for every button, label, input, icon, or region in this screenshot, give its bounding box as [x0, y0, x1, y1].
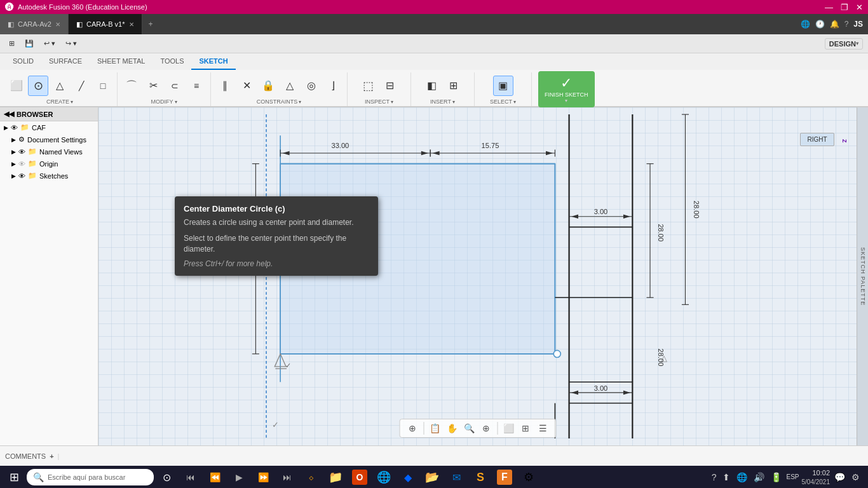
design-dropdown[interactable]: DESIGN ▾ — [825, 38, 863, 50]
perpendicular-constraint[interactable]: ✕ — [236, 76, 257, 96]
display-settings-button[interactable]: ☰ — [535, 421, 550, 436]
help-icon[interactable]: ? — [844, 20, 849, 29]
taskbar-app-mail[interactable]: ✉ — [445, 467, 468, 487]
modify-group: ⌒ ✂ ⊂ ≡ MODIFY ▾ — [118, 72, 211, 106]
mail-icon: ✉ — [452, 471, 461, 484]
section-surface[interactable]: SURFACE — [41, 53, 90, 70]
circle-center-tool[interactable]: ⊙ — [28, 76, 48, 96]
redo-button[interactable]: ↪ ▾ — [62, 38, 81, 49]
section-solid[interactable]: SOLID — [5, 53, 41, 70]
concentric-constraint[interactable]: ◎ — [301, 76, 322, 96]
eye-icon[interactable]: 👁 — [11, 124, 18, 132]
eye-icon[interactable]: 👁 — [18, 172, 25, 180]
task-view-button[interactable]: ⊙ — [155, 467, 178, 487]
section-tools[interactable]: TOOLS — [153, 53, 191, 70]
tab-close-cara-b[interactable]: ✕ — [129, 21, 134, 28]
finish-sketch-button[interactable]: ✓ FINISH SKETCH ▾ — [538, 71, 595, 107]
user-icon[interactable]: JS — [853, 20, 863, 29]
mirror-tool[interactable]: ≡ — [186, 76, 207, 96]
next-frame-button[interactable]: ⏩ — [252, 467, 275, 487]
section-sketch[interactable]: SKETCH — [191, 53, 235, 70]
trim-tool[interactable]: ✂ — [143, 76, 163, 96]
taskbar-app-fusion[interactable]: F — [493, 467, 516, 487]
triangle-tool[interactable]: △ — [50, 76, 70, 96]
file-explorer-icon: 📁 — [329, 470, 342, 484]
fillet-tool[interactable]: ⌒ — [121, 76, 142, 96]
browser-item-label: Origin — [39, 160, 58, 168]
notification-icon[interactable]: ⬆ — [721, 472, 732, 482]
taskbar-app-office[interactable]: O — [348, 467, 371, 487]
save-button[interactable]: 💾 — [21, 38, 37, 49]
taskbar-app-dropbox[interactable]: ◆ — [397, 467, 419, 487]
separator2 — [497, 422, 498, 435]
play-icon: ▶ — [236, 472, 243, 482]
insert-dxf[interactable]: ⊞ — [444, 76, 464, 96]
svg-marker-24 — [282, 151, 289, 156]
pan-button[interactable]: ✋ — [444, 421, 459, 436]
undo-button[interactable]: ↩ ▾ — [40, 38, 59, 49]
taskbar-app-file-explorer[interactable]: 📁 — [324, 467, 347, 487]
taskbar-app-folder2[interactable]: 📂 — [421, 467, 444, 487]
minimize-button[interactable]: — — [825, 3, 833, 12]
view-mode-button[interactable]: ⬜ — [501, 421, 516, 436]
svg-text:✓: ✓ — [272, 420, 279, 430]
network-icon[interactable]: 🌐 — [735, 472, 749, 482]
notification-center-icon[interactable]: 💬 — [832, 472, 847, 482]
titlebar-left: 🅐 Autodesk Fusion 360 (Education License… — [5, 2, 147, 12]
browser-item-named-views[interactable]: ▶ 👁 📁 Named Views — [0, 146, 98, 158]
help-tray-icon[interactable]: ? — [710, 472, 719, 482]
titlebar-controls: — ❐ ✕ — [825, 3, 863, 12]
insert-image[interactable]: ◧ — [422, 76, 442, 96]
browser-item-document-settings[interactable]: ▶ ⚙ Document Settings — [0, 133, 98, 146]
play-back-button[interactable]: ⏮ — [179, 467, 202, 487]
grid-settings-button[interactable]: ⊞ — [518, 421, 533, 436]
rectangle-tool[interactable]: ⬜ — [6, 76, 27, 96]
browser-item-origin[interactable]: ▶ 👁 📁 Origin — [0, 158, 98, 170]
copy-button[interactable]: 📋 — [427, 421, 442, 436]
browser-toggle-icon[interactable]: ◀◀ — [4, 110, 14, 118]
pan-pivot-button[interactable]: ⊕ — [405, 421, 420, 436]
collinear-constraint[interactable]: ⌋ — [323, 76, 343, 96]
grid-icon[interactable]: ⊞ — [5, 38, 18, 49]
create-group: ⬜ ⊙ △ ╱ □ CREATE ▾ — [3, 72, 118, 106]
svg-text:28.00: 28.00 — [693, 201, 700, 219]
timeline-marker[interactable]: ⬦ — [300, 467, 323, 487]
point-tool[interactable]: □ — [93, 76, 113, 96]
parallel-constraint[interactable]: ∥ — [215, 76, 235, 96]
prev-frame-button[interactable]: ⏪ — [203, 467, 226, 487]
zoom-button[interactable]: 🔍 — [461, 421, 477, 436]
browser-item-caf[interactable]: ▶ 👁 📁 CAF — [0, 121, 98, 133]
taskbar-app-edge[interactable]: 🌐 — [372, 467, 395, 487]
new-tab-button[interactable]: + — [142, 14, 159, 34]
tangent-constraint[interactable]: △ — [280, 76, 300, 96]
canvas[interactable]: Center Diameter Circle (c) Creates a cir… — [98, 107, 857, 445]
measure-tool[interactable]: ⬚ — [358, 76, 379, 96]
play-button[interactable]: ▶ — [227, 467, 250, 487]
volume-icon[interactable]: 🔊 — [752, 472, 766, 482]
offset-tool[interactable]: ⊂ — [165, 76, 185, 96]
sketch-palette[interactable]: SKETCH PALETTE — [857, 107, 868, 445]
close-button[interactable]: ✕ — [856, 3, 863, 12]
tab-close-cara-a[interactable]: ✕ — [55, 21, 60, 28]
tab-cara-b[interactable]: ◧ CARA-B v1* ✕ — [69, 14, 142, 34]
tab-cara-a[interactable]: ◧ CARA-Av2 ✕ — [0, 14, 69, 34]
select-group: ▣ SELECT ▾ — [475, 72, 532, 106]
lock-constraint[interactable]: 🔒 — [258, 76, 278, 96]
zebra-tool[interactable]: ⊟ — [380, 76, 400, 96]
zoom-fit-button[interactable]: ⊕ — [478, 421, 494, 436]
section-sheet-metal[interactable]: SHEET METAL — [90, 53, 153, 70]
line-tool[interactable]: ╱ — [71, 76, 92, 96]
taskbar-app-sketch[interactable]: S — [469, 467, 492, 487]
settings-tray-icon[interactable]: ⚙ — [850, 472, 862, 482]
battery-icon[interactable]: 🔋 — [769, 472, 783, 482]
play-forward-button[interactable]: ⏭ — [276, 467, 299, 487]
browser-item-sketches[interactable]: ▶ 👁 📁 Sketches — [0, 170, 98, 182]
history-icon: 🕐 — [815, 20, 825, 29]
restore-button[interactable]: ❐ — [841, 3, 848, 12]
select-tool[interactable]: ▣ — [493, 76, 513, 96]
search-bar[interactable]: 🔍 Escribe aquí para buscar — [27, 469, 154, 485]
start-button[interactable]: ⊞ — [3, 467, 25, 487]
taskbar-app-chrome[interactable]: ⚙ — [517, 467, 540, 487]
add-comment-button[interactable]: + — [50, 452, 53, 460]
expand-icon: ▶ — [11, 137, 16, 143]
